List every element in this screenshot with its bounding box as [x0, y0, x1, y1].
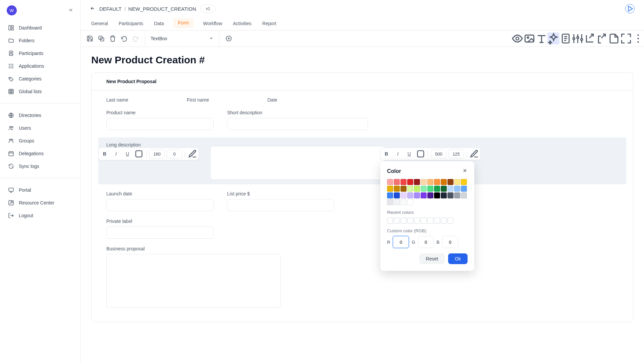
underline-button[interactable]: U [123, 149, 132, 159]
export-icon[interactable] [596, 33, 608, 45]
close-icon[interactable] [462, 168, 468, 174]
sidebar-item-logout[interactable]: Logout [0, 209, 80, 222]
color-swatch[interactable] [434, 179, 440, 185]
bold-button[interactable]: B [382, 149, 391, 159]
color-swatch[interactable] [454, 179, 460, 185]
design-icon[interactable] [547, 33, 559, 45]
input-private-label[interactable] [106, 227, 214, 239]
tab-data[interactable]: Data [153, 18, 165, 30]
sidebar-item-global-lists[interactable]: Global lists [0, 85, 80, 98]
collapse-icon[interactable] [68, 7, 73, 14]
edit-icon[interactable] [470, 149, 479, 159]
color-swatch[interactable] [461, 186, 467, 192]
g-input[interactable] [418, 236, 434, 248]
color-swatch[interactable] [407, 199, 413, 205]
color-swatch[interactable] [434, 192, 440, 198]
color-swatch[interactable] [441, 186, 447, 192]
tab-activities[interactable]: Activities [232, 18, 253, 30]
color-swatch[interactable] [447, 179, 453, 185]
color-swatch[interactable] [394, 186, 400, 192]
color-swatch[interactable] [441, 179, 447, 185]
color-swatch[interactable] [427, 186, 433, 192]
r-input[interactable] [393, 236, 409, 248]
color-swatch[interactable] [414, 192, 420, 198]
color-swatch[interactable] [421, 179, 427, 185]
color-swatch[interactable] [421, 186, 427, 192]
sidebar-item-users[interactable]: Users [0, 122, 80, 134]
save-icon[interactable] [87, 35, 93, 42]
italic-button[interactable]: I [393, 149, 402, 159]
textarea-business-proposal[interactable] [106, 254, 281, 308]
color-swatch[interactable] [400, 199, 407, 205]
tab-workflow[interactable]: Workflow [202, 18, 223, 30]
undo-icon[interactable] [121, 35, 127, 42]
more-icon[interactable] [632, 33, 644, 45]
sidebar-item-groups[interactable]: Groups [0, 134, 80, 147]
color-swatch[interactable] [387, 192, 393, 198]
height-input[interactable] [167, 149, 182, 159]
sidebar-item-participants[interactable]: Participants [0, 47, 80, 60]
underline-button[interactable]: U [405, 149, 414, 159]
recent-swatch[interactable] [400, 218, 407, 224]
color-swatch[interactable] [394, 179, 400, 185]
sidebar-item-portal[interactable]: Portal [0, 184, 80, 196]
input-launch-date[interactable] [106, 199, 214, 211]
add-icon[interactable] [225, 35, 232, 42]
color-swatch[interactable] [441, 192, 447, 198]
recent-swatch[interactable] [447, 218, 453, 224]
width-input[interactable] [431, 149, 446, 159]
color-swatch[interactable] [434, 186, 440, 192]
tab-form[interactable]: Form [173, 18, 194, 28]
play-button[interactable] [625, 4, 635, 13]
color-swatch[interactable] [427, 192, 433, 198]
block-type-select[interactable]: TextBox [145, 31, 219, 47]
notes-icon[interactable] [559, 33, 572, 45]
color-swatch[interactable] [407, 186, 413, 192]
color-swatch[interactable] [427, 179, 433, 185]
reset-button[interactable]: Reset [419, 253, 445, 264]
recent-swatch[interactable] [414, 218, 420, 224]
sidebar-item-sync-logs[interactable]: Sync logs [0, 160, 80, 173]
recent-swatch[interactable] [407, 218, 413, 224]
sidebar-item-resource-center[interactable]: Resource Center [0, 196, 80, 209]
breadcrumb-root[interactable]: DEFAULT [99, 6, 121, 12]
color-swatch[interactable] [387, 179, 393, 185]
color-swatch[interactable] [400, 192, 407, 198]
document-icon[interactable] [608, 33, 620, 45]
color-swatch[interactable] [414, 179, 420, 185]
bold-button[interactable]: B [100, 149, 109, 159]
color-swatch[interactable] [447, 186, 453, 192]
recent-swatch[interactable] [441, 218, 447, 224]
recent-swatch[interactable] [427, 218, 433, 224]
color-swatch[interactable] [461, 179, 467, 185]
sidebar-item-dashboard[interactable]: Dashboard [0, 21, 80, 34]
height-input[interactable] [448, 149, 464, 159]
color-swatch[interactable] [416, 149, 425, 159]
color-swatch[interactable] [387, 186, 393, 192]
input-list-price[interactable] [227, 199, 334, 211]
color-swatch[interactable] [407, 179, 413, 185]
color-swatch[interactable] [421, 192, 427, 198]
sidebar-item-categories[interactable]: Categories [0, 72, 80, 85]
expand-icon[interactable] [620, 33, 632, 45]
tab-report[interactable]: Report [261, 18, 278, 30]
italic-button[interactable]: I [111, 149, 121, 159]
color-swatch[interactable] [400, 179, 407, 185]
ok-button[interactable]: Ok [448, 253, 468, 264]
sidebar-item-applications[interactable]: Applications [0, 60, 80, 72]
recent-swatch[interactable] [387, 218, 393, 224]
copy-icon[interactable] [98, 35, 105, 42]
back-icon[interactable] [90, 6, 95, 12]
input-short-description[interactable] [227, 118, 368, 130]
input-product-name[interactable] [106, 118, 214, 130]
color-swatch[interactable] [400, 186, 407, 192]
import-icon[interactable] [584, 33, 596, 45]
color-swatch[interactable] [454, 192, 460, 198]
color-swatch[interactable] [407, 192, 413, 198]
recent-swatch[interactable] [434, 218, 440, 224]
b-input[interactable] [442, 236, 458, 248]
version-badge[interactable]: v1 [200, 5, 216, 13]
color-swatch[interactable] [394, 199, 400, 205]
recent-swatch[interactable] [421, 218, 427, 224]
color-swatch[interactable] [394, 192, 400, 198]
